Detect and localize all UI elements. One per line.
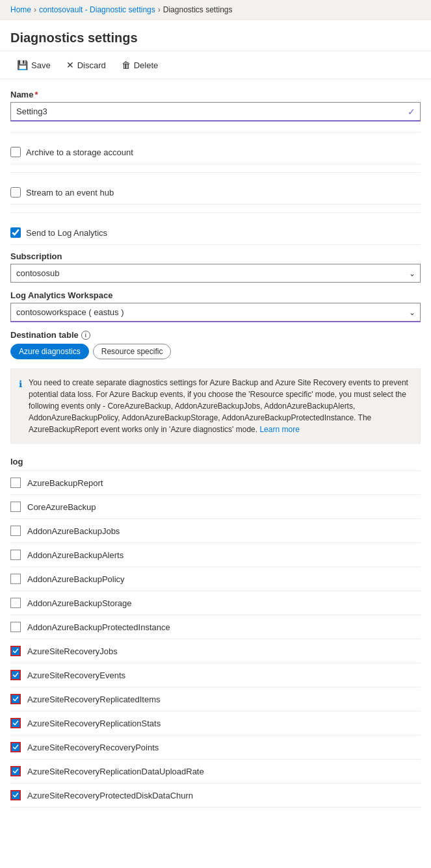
log-item-label: AzureSiteRecoveryReplicatedItems [27,695,160,704]
log-item: AzureSiteRecoveryReplicationDataUploadRa… [10,760,421,784]
breadcrumb: Home › contosovault - Diagnostic setting… [0,0,431,20]
stream-checkbox[interactable] [10,187,21,198]
log-item: AzureSiteRecoveryJobs [10,639,421,663]
resource-specific-button[interactable]: Resource specific [93,344,172,359]
log-section-title: log [10,453,421,471]
log-item: AddonAzureBackupStorage [10,591,421,615]
log-item-label: AzureBackupReport [27,478,103,488]
stream-checkbox-row: Stream to an event hub [10,181,421,205]
log-item: AzureSiteRecoveryReplicationStats [10,711,421,735]
name-field-section: Name* ✓ [10,90,421,121]
log-checkbox-1[interactable] [10,502,21,512]
archive-checkbox-row: Archive to a storage account [10,140,421,164]
destination-label: Destination table i [10,330,421,340]
learn-more-link[interactable]: Learn more [259,425,299,434]
log-item: AzureSiteRecoveryReplicatedItems [10,687,421,711]
log-item-label: AzureSiteRecoveryEvents [27,670,125,680]
log-item-label: AzureSiteRecoveryReplicationStats [27,719,161,728]
info-banner-text: You need to create separate diagnostics … [29,377,412,435]
breadcrumb-vault[interactable]: contosovault - Diagnostic settings [39,5,155,14]
workspace-dropdown[interactable]: contosoworkspace ( eastus ) [10,303,421,322]
log-checkbox-12[interactable] [10,766,21,776]
send-log-analytics-checkbox[interactable] [10,227,21,238]
log-item: AddonAzureBackupAlerts [10,543,421,567]
log-item: AddonAzureBackupProtectedInstance [10,615,421,639]
log-checkbox-2[interactable] [10,526,21,536]
workspace-dropdown-wrapper: contosoworkspace ( eastus ) ⌄ [10,303,421,322]
log-item: AzureSiteRecoveryEvents [10,663,421,687]
breadcrumb-current: Diagnostics settings [163,5,233,14]
toolbar: 💾 Save ✕ Discard 🗑 Delete [0,51,431,79]
log-checkbox-13[interactable] [10,790,21,800]
archive-label[interactable]: Archive to a storage account [26,147,133,157]
log-checkbox-6[interactable] [10,622,21,632]
log-item: AzureSiteRecoveryProtectedDiskDataChurn [10,784,421,808]
log-checkbox-8[interactable] [10,670,21,680]
log-item-label: AddonAzureBackupJobs [27,526,120,536]
log-item-label: AzureSiteRecoveryRecoveryPoints [27,743,159,752]
log-item: AddonAzureBackupJobs [10,519,421,543]
subscription-dropdown-wrapper: contososub ⌄ [10,264,421,283]
workspace-section: Log Analytics Workspace contosoworkspace… [10,290,421,322]
log-item: CoreAzureBackup [10,495,421,519]
subscription-label: Subscription [10,251,421,261]
workspace-label: Log Analytics Workspace [10,290,421,300]
form-body: Name* ✓ Archive to a storage account Str… [0,79,431,818]
destination-section: Destination table i Azure diagnostics Re… [10,330,421,359]
stream-label[interactable]: Stream to an event hub [26,188,114,198]
name-label: Name* [10,90,421,99]
save-button[interactable]: 💾 Save [10,57,57,73]
name-input[interactable] [10,102,421,121]
breadcrumb-home[interactable]: Home [10,5,31,14]
destination-buttons: Azure diagnostics Resource specific [10,344,421,359]
log-checkbox-9[interactable] [10,694,21,704]
log-checkbox-5[interactable] [10,598,21,608]
log-item-label: AddonAzureBackupProtectedInstance [27,622,170,632]
log-checkbox-10[interactable] [10,718,21,728]
delete-button[interactable]: 🗑 Delete [115,57,165,73]
log-section: log AzureBackupReportCoreAzureBackupAddo… [10,453,421,808]
send-log-analytics-label[interactable]: Send to Log Analytics [26,228,107,238]
log-checkbox-11[interactable] [10,742,21,752]
info-banner-icon: ℹ [19,377,22,435]
subscription-section: Subscription contososub ⌄ [10,251,421,283]
log-item-label: CoreAzureBackup [27,502,96,512]
log-item-label: AddonAzureBackupPolicy [27,574,125,584]
log-item-label: AddonAzureBackupAlerts [27,550,124,560]
subscription-dropdown[interactable]: contososub [10,264,421,283]
log-item-label: AzureSiteRecoveryReplicationDataUploadRa… [27,767,204,776]
delete-icon: 🗑 [122,60,131,70]
log-item-label: AzureSiteRecoveryJobs [27,646,118,656]
archive-checkbox[interactable] [10,147,21,157]
log-item-label: AddonAzureBackupStorage [27,598,131,608]
page-title: Diagnostics settings [0,20,431,51]
discard-icon: ✕ [66,60,74,70]
name-input-wrapper: ✓ [10,102,421,121]
log-checkbox-4[interactable] [10,574,21,584]
log-items-container: AzureBackupReportCoreAzureBackupAddonAzu… [10,471,421,808]
azure-diagnostics-button[interactable]: Azure diagnostics [10,344,89,359]
info-banner: ℹ You need to create separate diagnostic… [10,368,421,444]
log-item-label: AzureSiteRecoveryProtectedDiskDataChurn [27,791,193,800]
discard-button[interactable]: ✕ Discard [60,57,112,73]
log-item: AzureBackupReport [10,471,421,495]
log-item: AddonAzureBackupPolicy [10,567,421,591]
log-item: AzureSiteRecoveryRecoveryPoints [10,735,421,760]
log-checkbox-7[interactable] [10,646,21,656]
log-checkbox-3[interactable] [10,550,21,560]
send-log-analytics-checkbox-row: Send to Log Analytics [10,221,421,245]
save-icon: 💾 [17,60,28,70]
log-checkbox-0[interactable] [10,478,21,488]
destination-info-icon[interactable]: i [81,331,90,340]
name-checkmark-icon: ✓ [408,107,415,117]
